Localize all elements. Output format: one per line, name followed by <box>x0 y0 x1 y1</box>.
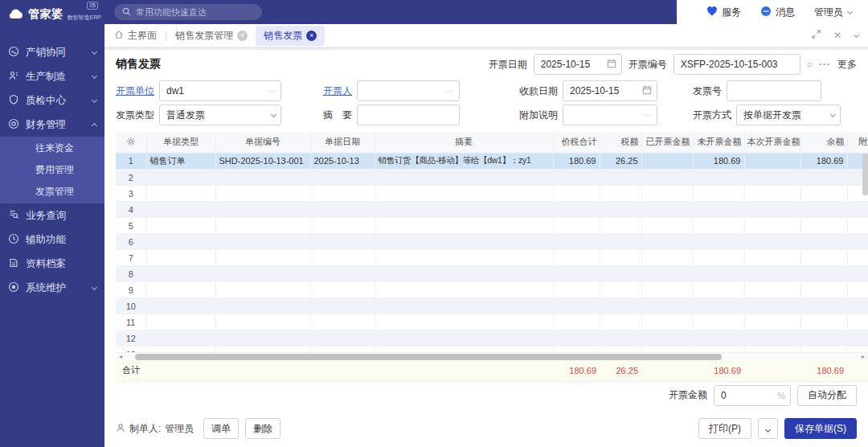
summary-field[interactable] <box>357 105 460 125</box>
cell-balance <box>800 234 847 250</box>
tax-invoice-no-input[interactable] <box>727 81 821 100</box>
ellipsis-icon[interactable]: ··· <box>643 110 652 120</box>
table-row[interactable]: 10 <box>116 298 868 314</box>
invoice-amount-field[interactable]: % <box>714 385 791 406</box>
billing-unit-field[interactable]: ··· <box>159 80 281 101</box>
breadcrumb-home[interactable]: 主界面 <box>114 29 157 43</box>
cell-type <box>146 186 215 202</box>
table-row[interactable]: 13 <box>116 347 868 352</box>
save-button[interactable]: 保存单据(S) <box>784 418 857 439</box>
scroll-right-icon[interactable]: ▸ <box>858 353 868 361</box>
print-button[interactable]: 打印(P) <box>698 418 751 439</box>
receipt-date-field[interactable] <box>563 80 657 101</box>
sidebar-item-system[interactable]: 系统维护 <box>0 276 104 300</box>
table-row[interactable]: 5 <box>116 218 868 234</box>
calendar-icon[interactable] <box>642 85 652 96</box>
sidebar-item-production-sales[interactable]: 产销协同 <box>0 40 104 64</box>
sidebar-item-business-query[interactable]: 业务查询 <box>0 203 104 228</box>
cell-type <box>146 330 215 347</box>
close-icon[interactable]: ✕ <box>833 30 841 41</box>
scroll-left-icon[interactable]: ◂ <box>116 353 125 361</box>
hscroll-thumb[interactable] <box>135 354 722 360</box>
target-icon <box>8 281 19 295</box>
tab-sales-invoice[interactable]: 销售发票 × <box>256 26 325 46</box>
cell-seq: 4 <box>116 202 146 218</box>
billing-unit-input[interactable] <box>160 81 280 100</box>
cell-summary <box>375 282 553 298</box>
auto-allocate-button[interactable]: 自动分配 <box>797 385 857 406</box>
partial-row-clip: 13 <box>116 347 868 352</box>
invoice-no-field[interactable] <box>674 54 800 75</box>
sidebar-item-quality-center[interactable]: 质检中心 <box>0 88 104 113</box>
cell-date <box>310 330 375 347</box>
chevron-down-icon[interactable] <box>854 31 859 37</box>
cell-tax <box>600 234 641 250</box>
cell-extra <box>847 330 868 347</box>
cell-total <box>553 218 600 234</box>
sidebar-item-auxiliary[interactable]: 辅助功能 <box>0 228 104 252</box>
delete-button[interactable]: 删除 <box>245 418 280 439</box>
table-row[interactable]: 7 <box>116 250 868 266</box>
print-dropdown-button[interactable] <box>758 418 778 439</box>
tax-invoice-no-field[interactable] <box>727 80 821 101</box>
grid-gear-icon[interactable] <box>116 132 146 153</box>
messages-menu[interactable]: 消息 <box>760 6 795 19</box>
service-menu[interactable]: 服务 <box>706 6 741 19</box>
invoice-date-field[interactable] <box>534 54 622 75</box>
folder-icon <box>8 257 19 271</box>
worker-icon <box>8 70 19 84</box>
table-row[interactable]: 12 <box>116 330 868 347</box>
vscroll-thumb[interactable] <box>862 154 868 195</box>
heart-icon <box>706 6 718 18</box>
table-row[interactable]: 8 <box>116 266 868 282</box>
table-row[interactable]: 11 <box>116 314 868 330</box>
cell-invoiced <box>641 347 693 352</box>
biller-input[interactable] <box>358 81 459 100</box>
column-header: 价税合计 <box>553 132 600 153</box>
tab-invoice-management[interactable]: 销售发票管理 × <box>175 29 248 43</box>
sidebar-item-manufacturing[interactable]: 生产制造 <box>0 64 104 88</box>
user-menu[interactable]: 管理员 <box>814 6 852 19</box>
invoice-type-select[interactable]: 普通发票 <box>159 105 281 125</box>
table-row[interactable]: 1销售订单SHD-2025-10-13-0012025-10-13销售订货【商品… <box>116 154 868 170</box>
invoice-no-input[interactable] <box>674 55 800 74</box>
sidebar-item-finance[interactable]: 财务管理 <box>0 113 104 137</box>
cell-summary <box>375 234 553 250</box>
cell-no <box>215 170 310 186</box>
vertical-scrollbar[interactable] <box>862 154 868 250</box>
biller-field[interactable]: ··· <box>357 80 460 101</box>
expand-icon[interactable] <box>812 30 821 41</box>
table-row[interactable]: 3 <box>116 186 868 202</box>
sidebar-item-archives[interactable]: 资料档案 <box>0 252 104 276</box>
table-row[interactable]: 9 <box>116 282 868 298</box>
ellipsis-icon[interactable]: ··· <box>445 86 454 96</box>
cell-tax <box>600 282 641 298</box>
sidebar-item-expense[interactable]: 费用管理 <box>0 159 104 181</box>
percent-toggle[interactable]: % <box>777 391 785 400</box>
summary-input[interactable] <box>358 105 459 125</box>
cell-total <box>553 202 600 218</box>
quick-search-input[interactable]: 常用功能快速直达 <box>114 4 262 20</box>
table-row[interactable]: 6 <box>116 234 868 250</box>
billing-unit-link[interactable]: 开票单位 <box>116 84 154 98</box>
more-link[interactable]: 更多 <box>837 58 857 72</box>
table-row[interactable]: 4 <box>116 202 868 218</box>
ellipsis-icon[interactable]: ··· <box>819 59 831 70</box>
extra-note-field[interactable]: ··· <box>563 105 657 125</box>
cloud-icon <box>8 8 24 22</box>
table-row[interactable]: 2 <box>116 170 868 186</box>
cell-seq: 12 <box>116 330 146 347</box>
cell-seq: 11 <box>116 314 146 330</box>
invoice-mode-select[interactable]: 按单据开发票 <box>736 105 841 125</box>
sidebar-item-invoice-mgmt[interactable]: 发票管理 <box>0 181 104 203</box>
biller-link[interactable]: 开票人 <box>323 84 352 98</box>
refresh-circle-icon[interactable]: ○ <box>807 59 813 70</box>
horizontal-scrollbar[interactable]: ◂ ▸ <box>116 352 868 360</box>
recall-button[interactable]: 调单 <box>203 418 239 439</box>
close-icon[interactable]: × <box>306 31 317 41</box>
sidebar-item-funds[interactable]: 往来资金 <box>0 137 104 159</box>
calendar-icon[interactable] <box>607 59 616 70</box>
cell-current <box>744 250 800 266</box>
close-icon[interactable]: × <box>237 31 248 41</box>
ellipsis-icon[interactable]: ··· <box>267 86 276 96</box>
